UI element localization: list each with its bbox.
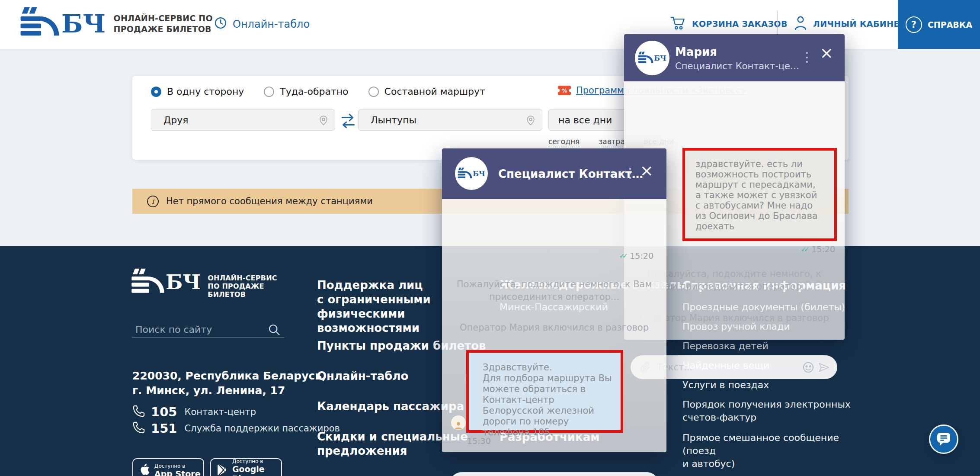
chat-launcher-button[interactable] <box>929 425 958 454</box>
radio-composite-route-circle[interactable] <box>368 87 379 97</box>
phone-icon <box>132 421 145 436</box>
chat-operator-role: Специалист Контакт-це… <box>675 61 799 71</box>
chat-close-icon[interactable]: × <box>820 45 833 60</box>
badge-text: Доступно в Google Play <box>232 458 281 476</box>
appstore-badge[interactable]: Доступно в App Store <box>132 458 204 476</box>
chat-header: БЧ Специалист Контакт… ⋮ × <box>442 148 666 199</box>
search-icon <box>268 323 281 338</box>
footer-logo-caption: ОНЛАЙН-СЕРВИС ПО ПРОДАЖЕ БИЛЕТОВ <box>208 268 277 299</box>
brand-logo[interactable]: БЧ ОНЛАЙН-СЕРВИС ПО ПРОДАЖЕ БИЛЕТОВ <box>20 6 213 42</box>
user-message-bubble: здравствуйте. есть ли возможность постро… <box>685 151 834 238</box>
message-time: ✓✓ 15:20 <box>619 251 653 261</box>
chat-body: ✓✓ 15:20 Пожалуйста, подождите немного, … <box>442 199 666 452</box>
brand-abbr: БЧ <box>61 6 106 41</box>
double-check-icon: ✓✓ <box>619 252 625 260</box>
system-joined-message: Оператор Мария включился в разговор <box>455 322 653 334</box>
footer-link-invoices[interactable]: Порядок получения электронных счетов-фак… <box>682 398 855 424</box>
chat-menu-icon[interactable]: ⋮ <box>624 167 637 180</box>
bch-logo-icon <box>20 6 60 42</box>
emoji-icon[interactable] <box>802 361 814 373</box>
cart-icon <box>670 16 686 32</box>
googleplay-icon <box>217 464 228 476</box>
radio-composite-route[interactable]: Составной маршрут <box>368 86 485 97</box>
footer-link-train-services[interactable]: Услуги в поездах <box>682 379 769 392</box>
system-wait-message: Пожалуйста, подождите немного, к Вам при… <box>455 278 653 303</box>
chat-avatar-logo: БЧ <box>635 41 669 75</box>
chat-header: БЧ Мария Специалист Контакт-це… ⋮ × <box>624 34 845 81</box>
highlighted-operator-message: Здравствуйте. Для подбора маршрута Вы мо… <box>466 350 623 433</box>
footer-link-children[interactable]: Перевозка детей <box>682 340 769 353</box>
brand-caption: ОНЛАЙН-СЕРВИС ПО ПРОДАЖЕ БИЛЕТОВ <box>114 13 213 35</box>
chat-operator-name: Мария <box>675 45 717 58</box>
radio-round-trip-circle[interactable] <box>264 87 274 97</box>
header-divider <box>777 11 778 37</box>
search-placeholder: Поиск по сайту <box>135 324 212 335</box>
quick-date-today[interactable]: сегодня <box>548 137 580 147</box>
alert-text: Нет прямого сообщения между станциями <box>166 196 373 206</box>
chat-menu-icon[interactable]: ⋮ <box>801 51 813 64</box>
phone-contact-center[interactable]: 105 Контакт-центр <box>132 405 256 419</box>
double-check-icon: ✓✓ <box>801 245 807 254</box>
operator-message-time: 15:30 <box>467 436 491 446</box>
googleplay-badge[interactable]: Доступно в Google Play <box>210 458 282 476</box>
send-icon[interactable] <box>818 361 830 373</box>
swap-stations-button[interactable] <box>341 113 355 131</box>
clock-icon <box>214 16 227 32</box>
app-badges: Доступно в App Store Доступно в Google P… <box>132 458 282 476</box>
site-search-input[interactable]: Поиск по сайту <box>132 322 284 338</box>
apple-icon <box>139 463 150 476</box>
quick-date-tomorrow[interactable]: завтра <box>599 137 625 147</box>
operator-message-bubble: Здравствуйте. Для подбора маршрута Вы мо… <box>469 353 621 430</box>
bch-logo-icon <box>131 268 165 298</box>
message-time: ✓✓ 15:20 <box>801 244 835 254</box>
location-pin-icon <box>318 115 329 128</box>
phone-support[interactable]: 151 Служба поддержки пассажиров <box>132 421 340 436</box>
badge-text: Доступно в App Store <box>154 463 201 476</box>
footer-link-online-board[interactable]: Онлайн-табло <box>317 369 408 383</box>
chat-avatar-logo: БЧ <box>455 157 488 190</box>
highlighted-user-message: здравствуйте. есть ли возможность постро… <box>682 148 837 241</box>
footer-link-mixed-transport[interactable]: Прямое смешанное сообщение (поезд и авто… <box>682 431 855 470</box>
operator-avatar <box>451 415 466 430</box>
nav-online-board[interactable]: Онлайн-табло <box>214 16 310 32</box>
chat-message-input[interactable]: Текст... <box>449 472 659 476</box>
radio-one-way-circle[interactable] <box>151 87 161 97</box>
chat-close-icon[interactable]: × <box>640 163 653 178</box>
info-icon: i <box>147 196 159 207</box>
nav-help[interactable]: ? СПРАВКА <box>898 0 980 49</box>
nav-cart[interactable]: КОРЗИНА ЗАКАЗОВ <box>670 16 788 32</box>
forward-icon[interactable] <box>627 416 640 430</box>
brand-abbr: БЧ <box>166 268 201 296</box>
page: БЧ ОНЛАЙН-СЕРВИС ПО ПРОДАЖЕ БИЛЕТОВ Онла… <box>0 0 980 476</box>
footer-address: 220030, Республика Беларусь, г. Минск, у… <box>132 369 326 398</box>
chat-widget-specialist: БЧ Специалист Контакт… ⋮ × ✓✓ 15:20 Пожа… <box>442 148 666 452</box>
trip-type-radios: В одну сторону Туда-обратно Составной ма… <box>151 86 505 97</box>
question-icon: ? <box>906 16 922 33</box>
location-pin-icon <box>525 115 536 128</box>
nav-account[interactable]: ЛИЧНЫЙ КАБИНЕТ <box>794 16 905 32</box>
person-icon <box>794 16 807 32</box>
radio-round-trip[interactable]: Туда-обратно <box>264 86 348 97</box>
phone-icon <box>132 405 145 419</box>
ticket-percent-icon: % <box>558 86 571 95</box>
footer-logo: БЧ ОНЛАЙН-СЕРВИС ПО ПРОДАЖЕ БИЛЕТОВ <box>131 268 277 299</box>
chat-operator-name: Специалист Контакт… <box>498 167 643 180</box>
radio-one-way[interactable]: В одну сторону <box>151 86 244 97</box>
station-from-input[interactable]: Друя <box>151 109 335 131</box>
station-to-input[interactable]: Лынтупы <box>358 109 542 131</box>
